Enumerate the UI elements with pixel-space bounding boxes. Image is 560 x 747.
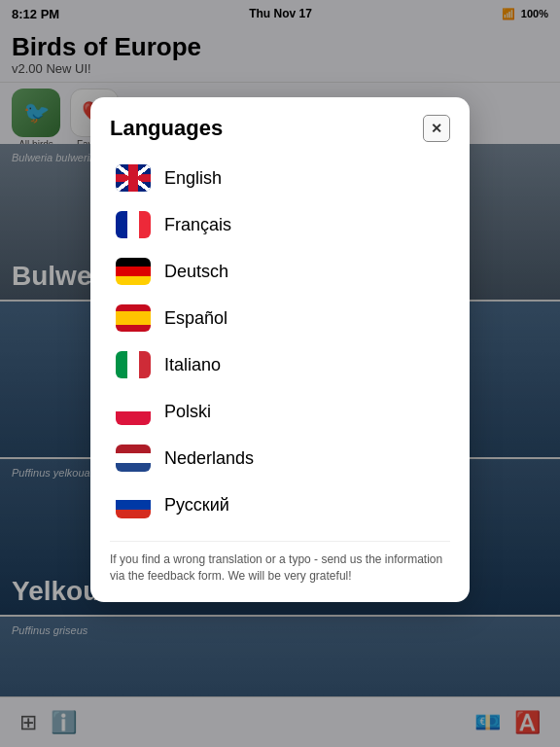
- lang-item-german[interactable]: Deutsch: [110, 249, 450, 294]
- lang-name-german: Deutsch: [164, 262, 228, 282]
- flag-fr: [116, 211, 151, 238]
- flag-nl-white: [116, 453, 151, 462]
- flag-fr-red: [139, 211, 151, 238]
- lang-name-english: English: [164, 168, 222, 189]
- lang-item-french[interactable]: Français: [110, 202, 450, 247]
- flag-pl: [116, 398, 151, 425]
- flag-de-gold: [116, 276, 151, 285]
- modal-header: Languages ✕: [110, 115, 450, 142]
- flag-de-black: [116, 258, 151, 267]
- flag-ru-blue: [116, 500, 151, 509]
- modal-title: Languages: [110, 116, 223, 141]
- flag-fr-white: [127, 211, 139, 238]
- languages-modal: Languages ✕ English Français: [90, 97, 470, 602]
- lang-name-italian: Italiano: [164, 355, 221, 375]
- lang-item-polish[interactable]: Polski: [110, 389, 450, 434]
- flag-pl-white: [116, 398, 151, 411]
- flag-it: [116, 351, 151, 378]
- flag-pl-red: [116, 411, 151, 425]
- flag-it-green: [116, 351, 127, 378]
- flag-uk: [116, 164, 151, 192]
- lang-name-spanish: Español: [164, 308, 228, 329]
- flag-it-red: [139, 351, 151, 378]
- lang-item-russian[interactable]: Русский: [110, 482, 450, 527]
- flag-es-red-top: [116, 304, 151, 311]
- flag-nl-blue: [116, 463, 151, 472]
- lang-name-french: Français: [164, 215, 231, 235]
- lang-name-polish: Polski: [164, 402, 211, 422]
- flag-ru: [116, 491, 151, 518]
- flag-ru-white: [116, 491, 151, 500]
- modal-overlay: Languages ✕ English Français: [0, 0, 560, 747]
- flag-it-white: [127, 351, 139, 378]
- flag-uk-diag: [116, 164, 151, 192]
- flag-de-red: [116, 267, 151, 275]
- flag-ru-red: [116, 510, 151, 518]
- language-list: English Français Deutsch: [110, 156, 450, 527]
- lang-item-english[interactable]: English: [110, 156, 450, 200]
- flag-nl-red: [116, 445, 151, 453]
- lang-item-dutch[interactable]: Nederlands: [110, 436, 450, 480]
- flag-es-yellow: [116, 311, 151, 325]
- modal-close-button[interactable]: ✕: [423, 115, 450, 142]
- modal-footer: If you find a wrong translation or a typ…: [110, 541, 450, 585]
- lang-name-dutch: Nederlands: [164, 448, 254, 469]
- flag-de: [116, 258, 151, 285]
- lang-item-spanish[interactable]: Español: [110, 296, 450, 340]
- lang-name-russian: Русский: [164, 495, 229, 516]
- flag-fr-blue: [116, 211, 127, 238]
- lang-item-italian[interactable]: Italiano: [110, 342, 450, 387]
- flag-nl: [116, 445, 151, 472]
- flag-es-red-bottom: [116, 325, 151, 332]
- flag-es: [116, 304, 151, 332]
